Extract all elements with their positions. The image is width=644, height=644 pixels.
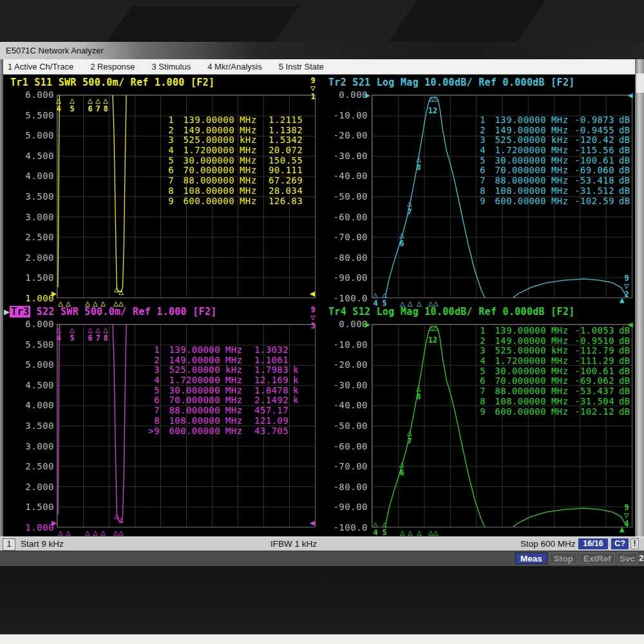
- axis-tick-label: -90.00: [317, 502, 368, 511]
- marker-table-row: 530.000000MHz-100.61dB: [471, 366, 631, 377]
- axis-tick-label: 4.500: [4, 151, 54, 160]
- marker-table-row: 3525.00000kHz1.5342: [160, 135, 303, 146]
- marker-table-row: 3525.00000kHz-112.79dB: [471, 346, 631, 356]
- status-bar: 1 Start 9 kHz IFBW 1 kHz Stop 600 MHz 16…: [0, 536, 644, 551]
- axis-tick-label: -70.00: [317, 232, 368, 242]
- photo-backdrop-top: [0, 0, 644, 42]
- start-frequency-label: Start 9 kHz: [21, 539, 64, 549]
- axis-tick-label: 0.000: [317, 90, 368, 99]
- axis-tick-label: -90.00: [317, 273, 368, 282]
- trace3-title[interactable]: ▶Tr3 S22 SWR 500.0m/ Ref 1.000 [F2]: [4, 306, 217, 317]
- points-badge: 16/16: [578, 538, 608, 549]
- axis-tick-label: 2.500: [4, 462, 54, 471]
- axis-tick-label: -80.00: [317, 482, 368, 491]
- axis-tick-label: -40.00: [317, 171, 368, 180]
- axis-tick-label: -10.00: [317, 340, 368, 349]
- softkey-edge: [636, 73, 644, 93]
- marker-table-row: 3525.00000kHz-120.42dB: [471, 135, 631, 146]
- marker-table-row: 788.000000MHz-53.437dB: [471, 386, 631, 397]
- axis-tick-label: 4.000: [4, 171, 54, 180]
- menu-instr-state[interactable]: 5 Instr State: [279, 62, 324, 71]
- backdrop-streak: [100, 6, 299, 42]
- overflow-indicator: 2: [639, 553, 644, 563]
- trace1-title[interactable]: Tr1 S11 SWR 500.0m/ Ref 1.000 [F2]: [10, 77, 214, 88]
- marker-table-row: 788.000000MHz67.269: [160, 176, 303, 186]
- menu-response[interactable]: 2 Response: [90, 62, 135, 71]
- marker-table-row: 8108.00000MHz-31.512dB: [471, 186, 631, 196]
- marker-table-row: 41.7200000MHz20.072: [160, 146, 303, 156]
- axis-tick-label: 5.000: [4, 360, 54, 369]
- trace3-y-axis: 6.0005.5005.0004.5004.0003.5003.0002.500…: [4, 319, 54, 532]
- trace1-marker-table: 1139.00000MHz1.2115 2149.00000MHz1.1382 …: [160, 115, 303, 206]
- axis-tick-label: 3.500: [4, 421, 54, 430]
- axis-tick-label: 2.500: [4, 232, 54, 242]
- marker-table-row: 41.7200000MHz-115.56dB: [471, 146, 631, 156]
- axis-tick-label: 3.000: [4, 442, 54, 451]
- window-title-bar[interactable]: E5071C Network Analyzer: [0, 42, 644, 59]
- marker-table-row: 2149.00000MHz1.1382: [160, 126, 303, 136]
- axis-tick-label: 2.000: [4, 482, 54, 491]
- marker-table-row: 530.000000MHz-100.61dB: [471, 156, 631, 166]
- trace4-title[interactable]: Tr4 S12 Log Mag 10.00dB/ Ref 0.000dB [F2…: [328, 306, 575, 317]
- menu-mkr-analysis[interactable]: 4 Mkr/Analysis: [207, 62, 262, 71]
- marker-table-row: 670.000000MHz-69.060dB: [471, 166, 631, 176]
- axis-tick-label: -30.00: [317, 151, 368, 160]
- active-trace-arrow-icon: ▶: [4, 306, 10, 317]
- marker-table-row: 1139.00000MHz-0.9873dB: [471, 115, 631, 126]
- meas-indicator: Meas: [515, 553, 547, 564]
- menu-active-ch-trace[interactable]: 1 Active Ch/Trace: [8, 62, 73, 71]
- stop-indicator: Stop: [549, 553, 578, 564]
- axis-tick-label: -20.00: [317, 360, 368, 369]
- axis-tick-label: 3.000: [4, 213, 54, 222]
- svc-indicator: Svc: [617, 553, 638, 564]
- active-trace-badge: Tr3: [10, 306, 30, 317]
- axis-tick-label: -80.00: [317, 253, 368, 262]
- axis-tick-label: 1.000: [4, 294, 54, 303]
- marker-table-row: 41.7200000MHz12.169k: [146, 375, 305, 386]
- instrument-state-bar: Meas Stop ExtRef Svc 2: [0, 551, 644, 566]
- axis-tick-label: 5.000: [4, 131, 54, 140]
- axis-tick-label: 4.000: [4, 401, 54, 410]
- trace3-title-text: S22 SWR 500.0m/ Ref 1.000 [F2]: [30, 306, 216, 317]
- axis-tick-label: -40.00: [317, 401, 368, 410]
- backdrop-streak: [381, 0, 546, 42]
- axis-tick-label: 3.500: [4, 192, 54, 201]
- window-border-right[interactable]: [635, 59, 644, 565]
- trace2-title[interactable]: Tr2 S21 Log Mag 10.00dB/ Ref 0.000dB [F2…: [328, 77, 575, 88]
- stop-frequency-label: Stop 600 MHz: [520, 539, 576, 549]
- marker-table-row: 670.000000MHz2.1492k: [146, 395, 305, 406]
- marker-table-row: 3525.00000kHz1.7983k: [146, 365, 305, 375]
- channel-number-badge: 1: [3, 538, 15, 551]
- marker-table-row: 8108.00000MHz-31.504dB: [471, 397, 631, 407]
- trace4-y-axis: 0.000-10.00-20.00-30.00-40.00-50.00-60.0…: [317, 319, 368, 532]
- ifbw-label: IFBW 1 kHz: [270, 539, 317, 549]
- axis-tick-label: 4.500: [4, 381, 54, 390]
- screenshot-root: E5071C Network Analyzer 1 Active Ch/Trac…: [0, 0, 644, 644]
- marker-table-row: 1139.00000MHz-1.0053dB: [471, 326, 631, 336]
- axis-tick-label: -60.00: [317, 213, 368, 222]
- axis-tick-label: -70.00: [317, 462, 368, 471]
- marker-table-row: 8108.00000MHz121.09: [146, 416, 305, 426]
- axis-tick-label: -30.00: [317, 381, 368, 390]
- axis-tick-label: -100.0: [317, 294, 368, 303]
- axis-tick-label: -100.0: [317, 523, 368, 532]
- axis-tick-label: 2.000: [4, 253, 54, 262]
- photo-backdrop-bottom: [0, 565, 644, 634]
- axis-tick-label: 1.500: [4, 502, 54, 511]
- photo-border: [0, 634, 644, 644]
- alert-badge: !: [630, 538, 639, 549]
- marker-table-row: 41.7200000MHz-111.29dB: [471, 356, 631, 366]
- correction-badge: C?: [611, 538, 629, 549]
- trace2-y-axis: 0.000-10.00-20.00-30.00-40.00-50.00-60.0…: [317, 90, 368, 303]
- axis-tick-label: -60.00: [317, 442, 368, 451]
- axis-tick-label: 0.000: [317, 319, 368, 328]
- marker-table-row: 9600.00000MHz-102.59dB: [471, 196, 631, 207]
- window-title: E5071C Network Analyzer: [6, 46, 104, 55]
- marker-table-row: 788.000000MHz-53.418dB: [471, 176, 631, 186]
- marker-table-row: 530.000000MHz1.8478k: [146, 386, 305, 396]
- menu-stimulus[interactable]: 3 Stimulus: [152, 62, 191, 71]
- marker-table-row: 8108.00000MHz28.034: [160, 186, 303, 196]
- axis-tick-label: -10.00: [317, 111, 368, 120]
- marker-table-row: 530.000000MHz150.55: [160, 156, 303, 166]
- axis-tick-label: 5.500: [4, 340, 54, 349]
